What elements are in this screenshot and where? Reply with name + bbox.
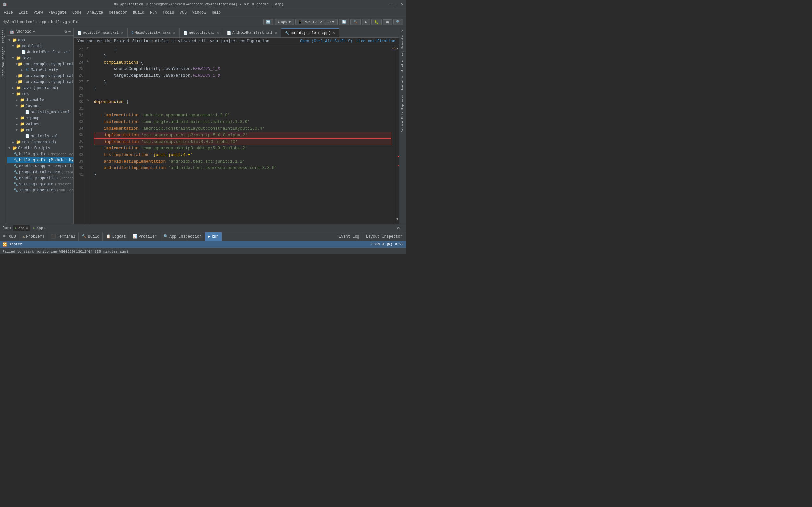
- project-panel: 🤖 Android ▼ ⚙ — ▼ 📁 app ▼ 📁 manifests: [7, 28, 73, 224]
- device-file-explorer-tab[interactable]: Device File Explorer: [400, 93, 405, 134]
- run-tab-app-2[interactable]: ▶ app ✕: [31, 225, 48, 231]
- breadcrumb: MyApplication4 › app › build.gradle: [3, 18, 261, 26]
- run-tab-app-1[interactable]: ▶ app ✕: [13, 225, 30, 231]
- tree-item-mipmap[interactable]: ▶ 📁 mipmap: [7, 115, 73, 121]
- settings-icon[interactable]: ⚙: [64, 29, 67, 34]
- device-button[interactable]: 📱 Pixel 4 XL API 30 ▼: [295, 19, 338, 25]
- close-run-tab-2[interactable]: ✕: [44, 226, 47, 230]
- tree-item-java-generated[interactable]: ▶ 📁 java (generated): [7, 85, 73, 91]
- notification-hide-button[interactable]: Hide notification: [357, 39, 395, 43]
- run-button[interactable]: ▶: [362, 19, 370, 25]
- menu-window[interactable]: Window: [190, 10, 208, 15]
- menu-build[interactable]: Build: [131, 10, 147, 15]
- breadcrumb-app[interactable]: app: [39, 20, 46, 24]
- status-tab-terminal[interactable]: ⬛ Terminal: [48, 232, 79, 241]
- status-tab-event-log[interactable]: Event Log: [336, 232, 363, 241]
- menu-help[interactable]: Help: [209, 10, 223, 15]
- minimize-bottom-icon[interactable]: —: [401, 226, 403, 230]
- tree-item-values[interactable]: ▶ 📁 values: [7, 121, 73, 127]
- tree-item-local-properties[interactable]: 🔧 local.properties (SDK Location): [7, 187, 73, 193]
- notification-open-link[interactable]: Open (Ctrl+Alt+Shift+S): [300, 39, 353, 43]
- menu-vcs[interactable]: VCS: [177, 10, 189, 15]
- menu-navigate[interactable]: Navigate: [46, 10, 69, 15]
- tree-item-app[interactable]: ▼ 📁 app: [7, 37, 73, 43]
- status-tab-app-inspection[interactable]: 🔍 App Inspection: [160, 232, 205, 241]
- tab-androidmanifest[interactable]: 📄 AndroidManifest.xml ✕: [223, 28, 281, 38]
- resource-manager-tab[interactable]: Resource Manager: [1, 45, 6, 79]
- menu-tools[interactable]: Tools: [160, 10, 177, 15]
- search-button[interactable]: 🔍: [393, 19, 403, 25]
- code-line-28: }: [94, 86, 392, 93]
- tree-item-mainactivity[interactable]: ▶ C MainActivity: [7, 67, 73, 73]
- menu-view[interactable]: View: [31, 10, 45, 15]
- tree-item-java[interactable]: ▼ 📁 java: [7, 55, 73, 61]
- tree-item-nettools[interactable]: 📄 nettools.xml: [7, 133, 73, 139]
- folder-icon: 📁: [20, 122, 25, 126]
- settings-icon[interactable]: ⚙: [397, 226, 400, 231]
- minimize-button[interactable]: ─: [391, 2, 393, 7]
- breadcrumb-root[interactable]: MyApplication4: [3, 20, 35, 24]
- status-tab-logcat[interactable]: 📋 Logcat: [103, 232, 129, 241]
- close-tab-activity-main[interactable]: ✕: [121, 31, 123, 35]
- gradle-tab[interactable]: Gradle: [400, 58, 405, 73]
- maximize-button[interactable]: □: [396, 2, 398, 7]
- tab-build-gradle[interactable]: 🔧 build.gradle (:app) ✕: [281, 28, 340, 38]
- menu-refactor[interactable]: Refactor: [106, 10, 130, 15]
- tree-item-xml[interactable]: ▼ 📁 xml: [7, 127, 73, 133]
- tree-item-gradle-properties[interactable]: 🔧 gradle.properties (Project Properties): [7, 175, 73, 181]
- tree-item-build-gradle-app[interactable]: 🔧 build.gradle (Module: My_Application.a…: [7, 157, 73, 163]
- status-tab-problems[interactable]: ⚠ Problems: [19, 232, 48, 241]
- tree-item-manifests[interactable]: ▼ 📁 manifests: [7, 43, 73, 49]
- menu-file[interactable]: File: [1, 10, 15, 15]
- tab-mainactivity[interactable]: C MainActivity.java ✕: [128, 28, 179, 38]
- close-panel-icon[interactable]: —: [68, 29, 71, 34]
- tree-item-settings-gradle[interactable]: 🔧 settings.gradle (Project Settings): [7, 181, 73, 187]
- tree-item-drawable[interactable]: ▶ 📁 drawable: [7, 97, 73, 103]
- close-button[interactable]: ✕: [401, 2, 403, 7]
- tree-item-res[interactable]: ▼ 📁 res: [7, 91, 73, 97]
- menu-edit[interactable]: Edit: [16, 10, 31, 15]
- build-button[interactable]: 🔨: [351, 19, 361, 25]
- tree-item-activity-main[interactable]: 📄 activity_main.xml: [7, 109, 73, 115]
- tab-nettools[interactable]: 📄 nettools.xml ✕: [180, 28, 223, 38]
- close-tab-build-gradle[interactable]: ✕: [333, 31, 335, 36]
- code-editor[interactable]: 22 23 24 25 26 27 28 29 30 31 32 33 34 3…: [73, 45, 399, 224]
- code-content[interactable]: } } compileOptions { sourceCompatibility…: [91, 45, 394, 224]
- menu-run[interactable]: Run: [148, 10, 159, 15]
- stop-button[interactable]: ⏹: [383, 19, 392, 25]
- breadcrumb-file[interactable]: build.gradle: [51, 20, 78, 24]
- tree-item-res-generated[interactable]: ▶ 📁 res (generated): [7, 139, 73, 145]
- close-tab-mainactivity[interactable]: ✕: [173, 31, 175, 35]
- status-tab-todo[interactable]: ≡ TODO: [0, 232, 19, 241]
- close-run-tab-1[interactable]: ✕: [26, 226, 28, 230]
- tree-item-androidmanifest[interactable]: 📄 AndroidManifest.xml: [7, 49, 73, 55]
- emulator-tab[interactable]: Emulator: [400, 73, 405, 93]
- sync-button[interactable]: 🔄: [339, 19, 349, 25]
- tree-item-layout[interactable]: ▼ 📁 layout: [7, 103, 73, 109]
- tree-item-gradle-scripts[interactable]: ▼ 📂 Gradle Scripts: [7, 145, 73, 151]
- project-sidebar-tab[interactable]: Project: [1, 28, 6, 45]
- status-tab-layout-inspector[interactable]: Layout Inspector: [363, 232, 406, 241]
- file-tree: ▼ 📁 app ▼ 📁 manifests 📄 AndroidManifest.…: [7, 36, 73, 224]
- tree-item-build-gradle-project[interactable]: 🔧 build.gradle (Project: My_Application): [7, 151, 73, 157]
- tree-item-gradle-wrapper[interactable]: 🔧 gradle-wrapper.properties (Gradle Vers…: [7, 163, 73, 169]
- debug-button[interactable]: 🐛: [371, 19, 382, 25]
- tabs-bar: 📄 activity_main.xml ✕ C MainActivity.jav…: [73, 28, 399, 38]
- menu-analyze[interactable]: Analyze: [85, 10, 106, 15]
- status-tab-profiler[interactable]: 📊 Profiler: [130, 232, 160, 241]
- run-config-button[interactable]: ▶ app ▼: [275, 19, 294, 25]
- status-tab-build[interactable]: 🔨 Build: [79, 232, 103, 241]
- close-tab-androidmanifest[interactable]: ✕: [275, 31, 277, 35]
- close-tab-nettools[interactable]: ✕: [217, 31, 219, 35]
- tree-item-package-test[interactable]: ▶ 📁 com.example.myapplication (test): [7, 79, 73, 85]
- key-promoter-tab[interactable]: Key Promoter X: [400, 28, 405, 58]
- status-tab-run[interactable]: ▶ Run: [205, 232, 222, 241]
- back-button[interactable]: 🔙: [263, 19, 273, 25]
- run-label: Run:: [3, 226, 12, 230]
- tab-activity-main[interactable]: 📄 activity_main.xml ✕: [73, 28, 128, 38]
- tree-item-package-androidtest[interactable]: ▶ 📁 com.example.myapplication (androidTe…: [7, 73, 73, 79]
- tree-item-proguard[interactable]: 🔧 proguard-rules.pro (ProGuard Rules for…: [7, 169, 73, 175]
- code-line-32: implementation 'androidx.appcompat:appco…: [94, 112, 392, 119]
- menu-code[interactable]: Code: [70, 10, 84, 15]
- tree-item-package-main[interactable]: ▼ 📁 com.example.myapplication: [7, 61, 73, 67]
